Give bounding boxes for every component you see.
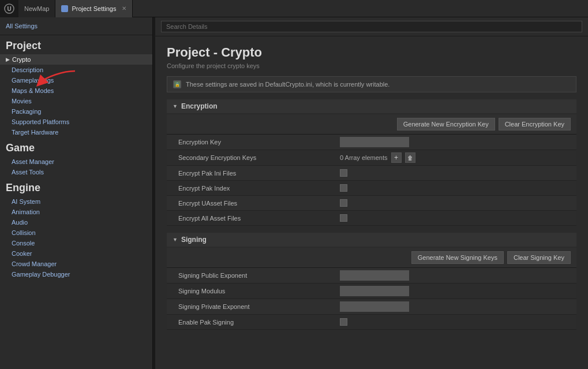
search-input[interactable] xyxy=(161,21,582,32)
prop-label-signing-modulus: Signing Modulus xyxy=(173,288,340,295)
settings-tab-icon xyxy=(61,5,68,12)
signing-private-exponent-field[interactable] xyxy=(340,301,409,312)
tab-newmap-label: NewMap xyxy=(24,5,49,12)
info-text: These settings are saved in DefaultCrypt… xyxy=(186,81,389,88)
prop-value-secondary-keys: 0 Array elements + 🗑 xyxy=(340,152,571,163)
info-icon: 🔒 xyxy=(173,80,181,88)
app-logo: U xyxy=(0,0,18,17)
sidebar-label-packaging: Packaging xyxy=(12,108,41,115)
prop-value-encrypt-pak-index xyxy=(340,184,571,192)
info-bar: 🔒 These settings are saved in DefaultCry… xyxy=(167,76,576,92)
array-delete-button[interactable]: 🗑 xyxy=(405,152,415,163)
sidebar-section-engine: Engine xyxy=(0,177,152,196)
generate-signing-keys-button[interactable]: Generate New Signing Keys xyxy=(411,251,504,264)
generate-encryption-key-button[interactable]: Generate New Encryption Key xyxy=(397,118,495,131)
sidebar-item-asset-manager[interactable]: Asset Manager xyxy=(0,156,152,167)
main-layout: All Settings Project ▶ Crypto Descriptio… xyxy=(0,17,588,369)
sidebar-item-ai-system[interactable]: AI System xyxy=(0,196,152,207)
prop-row-encrypt-pak-index: Encrypt Pak Index xyxy=(167,181,576,196)
prop-label-encrypt-uasset: Encrypt UAsset Files xyxy=(173,200,340,207)
sidebar-item-console[interactable]: Console xyxy=(0,238,152,248)
encryption-key-field[interactable] xyxy=(340,137,409,147)
sidebar-item-description[interactable]: Description xyxy=(0,65,152,75)
all-settings-link[interactable]: All Settings xyxy=(6,23,38,29)
sidebar-item-crowd-manager[interactable]: Crowd Manager xyxy=(0,259,152,269)
sidebar-label-animation: Animation xyxy=(12,208,40,215)
sidebar-label-gameplaytags: GameplayTags xyxy=(12,77,54,84)
sidebar-label-ai-system: AI System xyxy=(12,198,40,205)
prop-label-encrypt-pak-ini: Encrypt Pak Ini Files xyxy=(173,170,340,177)
sidebar-item-movies[interactable]: Movies xyxy=(0,96,152,106)
clear-signing-key-button[interactable]: Clear Signing Key xyxy=(507,251,571,264)
sidebar-label-movies: Movies xyxy=(12,98,32,105)
encrypt-pak-ini-checkbox[interactable] xyxy=(340,169,347,177)
crypto-arrow-icon: ▶ xyxy=(6,57,10,62)
sidebar-item-animation[interactable]: Animation xyxy=(0,207,152,217)
array-count-label: 0 Array elements xyxy=(340,154,388,161)
sidebar-item-cooker[interactable]: Cooker xyxy=(0,248,152,259)
content-area: Project - Crypto Configure the project c… xyxy=(155,17,588,369)
tab-newmap[interactable]: NewMap xyxy=(18,0,55,17)
svg-text:🔒: 🔒 xyxy=(175,82,180,87)
sidebar-item-gameplay-debugger[interactable]: Gameplay Debugger xyxy=(0,269,152,279)
signing-public-exponent-field[interactable] xyxy=(340,270,409,281)
prop-value-encrypt-uasset xyxy=(340,199,571,207)
encrypt-all-asset-checkbox[interactable] xyxy=(340,214,347,222)
sidebar-label-collision: Collision xyxy=(12,229,36,236)
search-bar xyxy=(155,17,588,36)
prop-label-signing-public: Signing Public Exponent xyxy=(173,272,340,279)
sidebar-item-target-hardware[interactable]: Target Hardware xyxy=(0,127,152,137)
tab-projectsettings[interactable]: Project Settings ✕ xyxy=(55,0,133,17)
prop-label-signing-private: Signing Private Exponent xyxy=(173,303,340,310)
title-bar: U NewMap Project Settings ✕ xyxy=(0,0,588,17)
prop-row-signing-public: Signing Public Exponent xyxy=(167,268,576,284)
signing-toolbar: Generate New Signing Keys Clear Signing … xyxy=(167,248,576,268)
prop-row-encrypt-uasset: Encrypt UAsset Files xyxy=(167,196,576,211)
prop-value-encryption-key xyxy=(340,137,571,147)
prop-row-encrypt-pak-ini: Encrypt Pak Ini Files xyxy=(167,166,576,181)
sidebar-label-audio: Audio xyxy=(12,219,28,226)
close-tab-icon[interactable]: ✕ xyxy=(122,5,126,12)
prop-row-enable-pak-signing: Enable Pak Signing xyxy=(167,315,576,330)
encryption-collapse-icon[interactable]: ▼ xyxy=(173,103,178,109)
sidebar-item-packaging[interactable]: Packaging xyxy=(0,106,152,117)
signing-modulus-field[interactable] xyxy=(340,286,409,296)
sidebar-item-maps-modes[interactable]: Maps & Modes xyxy=(0,85,152,96)
encryption-header: ▼ Encryption xyxy=(167,99,576,113)
sidebar-item-audio[interactable]: Audio xyxy=(0,217,152,228)
enable-pak-signing-checkbox[interactable] xyxy=(340,318,347,326)
signing-section: ▼ Signing Generate New Signing Keys Clea… xyxy=(167,233,576,330)
encryption-title: Encryption xyxy=(181,102,218,110)
signing-header: ▼ Signing xyxy=(167,233,576,247)
sidebar-label-crowd-manager: Crowd Manager xyxy=(12,260,57,267)
encrypt-uasset-checkbox[interactable] xyxy=(340,199,347,207)
prop-value-signing-modulus xyxy=(340,286,571,296)
sidebar-item-collision[interactable]: Collision xyxy=(0,228,152,238)
array-add-button[interactable]: + xyxy=(391,152,402,163)
clear-encryption-key-button[interactable]: Clear Encryption Key xyxy=(499,118,571,131)
sidebar-label-description: Description xyxy=(12,66,43,73)
encryption-section: ▼ Encryption Generate New Encryption Key… xyxy=(167,99,576,226)
sidebar-section-game: Game xyxy=(0,137,152,156)
sidebar-item-gameplaytags[interactable]: GameplayTags xyxy=(0,75,152,85)
prop-value-signing-public xyxy=(340,270,571,281)
sidebar: All Settings Project ▶ Crypto Descriptio… xyxy=(0,17,153,369)
sidebar-label-supported-platforms: Supported Platforms xyxy=(12,118,69,125)
prop-label-encrypt-pak-index: Encrypt Pak Index xyxy=(173,185,340,192)
prop-value-encrypt-all-asset xyxy=(340,214,571,222)
prop-row-encrypt-all-asset: Encrypt All Asset Files xyxy=(167,211,576,226)
signing-title: Signing xyxy=(181,236,207,244)
content-body: Project - Crypto Configure the project c… xyxy=(155,36,588,369)
encrypt-pak-index-checkbox[interactable] xyxy=(340,184,347,192)
sidebar-item-asset-tools[interactable]: Asset Tools xyxy=(0,167,152,177)
signing-collapse-icon[interactable]: ▼ xyxy=(173,237,178,243)
sidebar-label-cooker: Cooker xyxy=(12,250,32,257)
page-subtitle: Configure the project crypto keys xyxy=(167,62,576,69)
sidebar-item-crypto[interactable]: ▶ Crypto xyxy=(0,54,152,65)
prop-row-secondary-keys: Secondary Encryption Keys 0 Array elemen… xyxy=(167,150,576,166)
sidebar-label-gameplay-debugger: Gameplay Debugger xyxy=(12,271,70,278)
prop-value-encrypt-pak-ini xyxy=(340,169,571,177)
sidebar-label-crypto: Crypto xyxy=(12,56,31,63)
sidebar-top: All Settings xyxy=(0,17,152,35)
sidebar-item-supported-platforms[interactable]: Supported Platforms xyxy=(0,117,152,127)
